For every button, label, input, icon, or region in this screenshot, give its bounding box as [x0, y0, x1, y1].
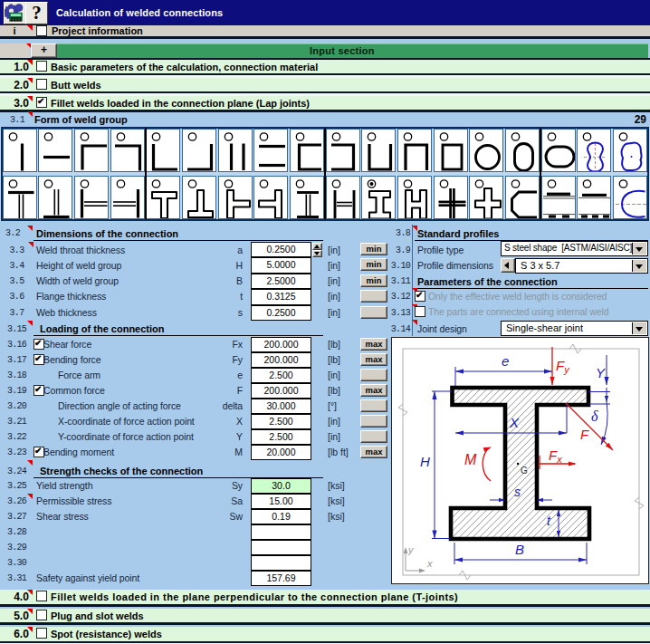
svg-text:y: y — [407, 544, 415, 555]
svg-text:X: X — [509, 415, 520, 430]
svg-text:Y: Y — [596, 365, 606, 380]
svg-text:x: x — [426, 558, 433, 569]
svg-text:G: G — [521, 466, 528, 476]
svg-text:B: B — [515, 542, 524, 557]
svg-text:H: H — [420, 454, 430, 469]
svg-text:Fy: Fy — [556, 358, 570, 375]
svg-text:M: M — [464, 452, 477, 467]
svg-text:s: s — [514, 485, 521, 499]
svg-text:e: e — [502, 353, 509, 369]
svg-text:Fx: Fx — [549, 447, 562, 465]
svg-text:δ: δ — [591, 409, 598, 424]
svg-text:F: F — [580, 427, 589, 442]
